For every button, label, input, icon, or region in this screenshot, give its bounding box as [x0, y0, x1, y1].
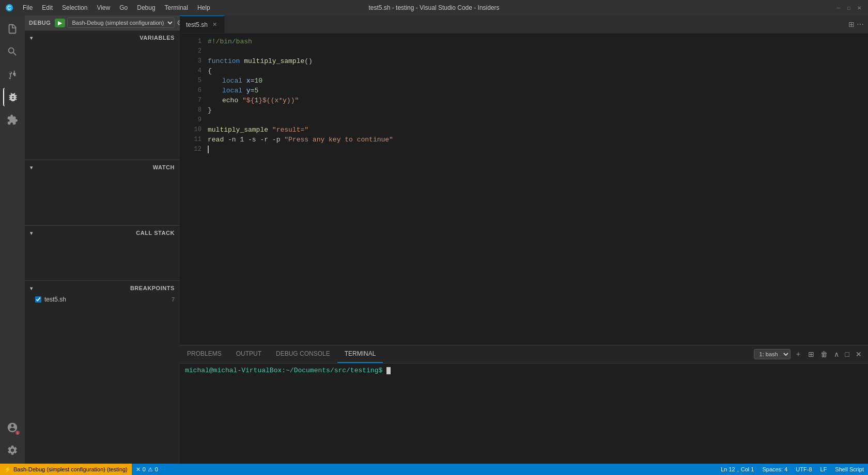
status-language[interactable]: Shell Script: [831, 464, 868, 475]
terminal-content[interactable]: michal@michal-VirtualBox:~/Documents/src…: [180, 363, 868, 464]
menu-help[interactable]: Help: [193, 3, 214, 12]
menu-edit[interactable]: Edit: [38, 3, 57, 12]
terminal-split-button[interactable]: ⊞: [806, 349, 816, 359]
debug-config-gear-icon[interactable]: ⚙: [177, 19, 180, 27]
editor-tab-test5sh[interactable]: test5.sh ✕: [180, 15, 225, 33]
scm-activity-icon[interactable]: [3, 65, 22, 84]
sidebar: DEBUG ▶ Bash-Debug (simplest configurati…: [25, 15, 180, 464]
terminal-panel: PROBLEMS OUTPUT DEBUG CONSOLE TERMINAL 1…: [180, 345, 868, 464]
line-num-6: 6: [180, 86, 202, 96]
line-num-8: 8: [180, 105, 202, 115]
menu-file[interactable]: File: [19, 3, 37, 12]
app-icon: C: [5, 4, 13, 12]
status-encoding[interactable]: UTF-8: [792, 464, 816, 475]
callstack-arrow: ▾: [30, 230, 33, 236]
editor-tab-icons: ⊞ ⋯: [848, 15, 868, 33]
line-num-12: 12: [180, 145, 202, 154]
menu-terminal[interactable]: Terminal: [161, 3, 192, 12]
status-debug-text: Bash-Debug (simplest configuration) (tes…: [13, 466, 128, 472]
line-num-9: 9: [180, 115, 202, 125]
debug-toolbar: DEBUG ▶ Bash-Debug (simplest configurati…: [25, 15, 180, 30]
code-line-2: [208, 46, 868, 56]
watch-header[interactable]: ▾ WATCH: [25, 160, 180, 173]
terminal-close-button[interactable]: ✕: [854, 349, 864, 359]
status-right: Ln 12, Col 1 Spaces: 4 UTF-8 LF Shell Sc…: [717, 464, 868, 475]
terminal-tab-debug-console[interactable]: DEBUG CONSOLE: [269, 345, 337, 363]
menu-view[interactable]: View: [92, 3, 114, 12]
warning-count: 0: [155, 466, 158, 472]
status-errors[interactable]: ✕ 0 ⚠ 0: [132, 464, 162, 475]
tab-filename: test5.sh: [186, 21, 208, 28]
breakpoints-header[interactable]: ▾ BREAKPOINTS: [25, 281, 180, 294]
extensions-activity-icon[interactable]: [3, 110, 22, 129]
editor-area: test5.sh ✕ ⊞ ⋯ 1 2 3 4 5 6 7 8: [180, 15, 868, 464]
line-num-2: 2: [180, 46, 202, 56]
terminal-shell-select[interactable]: 1: bash: [754, 349, 791, 359]
callstack-header[interactable]: ▾ CALL STACK: [25, 226, 180, 239]
debug-config-select[interactable]: Bash-Debug (simplest configuration): [67, 18, 175, 28]
watch-section: ▾ WATCH: [25, 160, 180, 225]
explorer-activity-icon[interactable]: [3, 20, 22, 38]
status-language-text: Shell Script: [835, 466, 864, 472]
terminal-cursor: [386, 367, 391, 374]
line-num-11: 11: [180, 135, 202, 145]
variables-section: ▾ VARIABLES: [25, 30, 180, 160]
breakpoint-filename: test5.sh: [44, 296, 66, 303]
editor-tabs: test5.sh ✕ ⊞ ⋯: [180, 15, 868, 34]
warning-icon: ⚠: [148, 466, 153, 473]
code-line-1: #!/bin/bash: [208, 37, 868, 46]
code-line-4: {: [208, 66, 868, 76]
status-spaces[interactable]: Spaces: 4: [758, 464, 792, 475]
search-activity-icon[interactable]: [3, 42, 22, 61]
close-button[interactable]: ✕: [856, 4, 863, 11]
account-activity-icon[interactable]: 1: [3, 418, 22, 437]
status-encoding-text: UTF-8: [796, 466, 812, 472]
svg-text:C: C: [7, 5, 11, 11]
terminal-maximize-button[interactable]: □: [843, 349, 851, 359]
tab-close-button[interactable]: ✕: [211, 21, 218, 28]
title-bar-left: C File Edit Selection View Go Debug Term…: [5, 3, 214, 12]
callstack-content: [25, 239, 180, 280]
code-line-11: read -n 1 -s -r -p "Press any key to con…: [208, 135, 868, 145]
terminal-tab-terminal[interactable]: TERMINAL: [337, 345, 383, 363]
breakpoint-line-number: 7: [172, 296, 175, 303]
title-bar: C File Edit Selection View Go Debug Term…: [0, 0, 868, 15]
code-line-10: multiply_sample "result=": [208, 125, 868, 135]
terminal-add-button[interactable]: ＋: [793, 349, 804, 360]
settings-activity-icon[interactable]: [3, 441, 22, 460]
more-actions-icon[interactable]: ⋯: [857, 20, 864, 28]
activity-bar-bottom: 1: [3, 418, 22, 464]
variables-header[interactable]: ▾ VARIABLES: [25, 30, 180, 44]
terminal-tab-output[interactable]: OUTPUT: [229, 345, 269, 363]
debug-play-button[interactable]: ▶: [55, 19, 65, 27]
terminal-collapse-up-icon[interactable]: ∧: [832, 349, 841, 359]
activity-bar: 1: [0, 15, 25, 464]
status-bar: ⚡ Bash-Debug (simplest configuration) (t…: [0, 464, 868, 475]
callstack-label: CALL STACK: [136, 230, 175, 236]
maximize-button[interactable]: □: [845, 4, 853, 11]
code-line-12: [208, 145, 868, 154]
status-spaces-text: Spaces: 4: [762, 466, 787, 472]
debug-activity-icon[interactable]: [3, 88, 22, 106]
split-editor-icon[interactable]: ⊞: [848, 20, 855, 28]
status-line-col[interactable]: Ln 12, Col 1: [717, 464, 758, 475]
window-title: test5.sh - testing - Visual Studio Code …: [368, 4, 499, 11]
code-line-3: function multiply_sample(): [208, 56, 868, 66]
menu-debug[interactable]: Debug: [133, 3, 159, 12]
code-line-9: [208, 115, 868, 125]
menu-go[interactable]: Go: [115, 3, 132, 12]
status-line-ending[interactable]: LF: [816, 464, 831, 475]
breakpoint-checkbox[interactable]: [35, 296, 41, 303]
code-editor[interactable]: 1 2 3 4 5 6 7 8 9 10 11 12 #!/bin/bash: [180, 34, 868, 345]
status-col: Col 1: [741, 466, 754, 472]
code-line-6: local y=5: [208, 86, 868, 96]
code-line-5: local x=10: [208, 76, 868, 86]
terminal-trash-button[interactable]: 🗑: [818, 349, 830, 359]
status-debug-info[interactable]: ⚡ Bash-Debug (simplest configuration) (t…: [0, 464, 132, 475]
status-ln: Ln 12: [721, 466, 735, 472]
menu-selection[interactable]: Selection: [58, 3, 91, 12]
watch-label: WATCH: [153, 164, 175, 170]
code-line-8: }: [208, 105, 868, 115]
terminal-tab-problems[interactable]: PROBLEMS: [180, 345, 229, 363]
minimize-button[interactable]: ─: [835, 4, 842, 11]
